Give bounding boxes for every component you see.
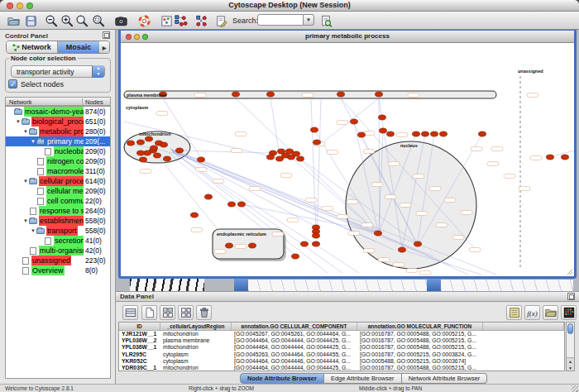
network-node[interactable]: [297, 156, 304, 161]
network-node[interactable]: [399, 247, 406, 252]
table-row[interactable]: YLR295Ccytoplasm[GO:0045263, GO:0044464,…: [119, 351, 564, 358]
network-node[interactable]: [358, 132, 366, 137]
column-header[interactable]: _cellularLayoutRegion: [160, 323, 232, 330]
delete-attribute-button[interactable]: [196, 305, 212, 320]
network-node[interactable]: [413, 131, 420, 136]
network-node[interactable]: [479, 131, 486, 136]
tab-node-attribute-browser[interactable]: Node Attribute Browser: [240, 373, 324, 384]
network-node[interactable]: [249, 243, 256, 248]
column-header[interactable]: annotation.GO MOLECULAR_FUNCTION: [357, 323, 483, 330]
float-panel-icon[interactable]: [567, 293, 575, 300]
tree-item[interactable]: ▼establishment of lo558(0): [6, 216, 110, 226]
table-row[interactable]: YPL036W__2plasma membrane[GO:0044464, GO…: [119, 337, 564, 344]
background-window-fragment[interactable]: [130, 279, 204, 291]
matrix-view-button[interactable]: [561, 305, 577, 320]
attribute-table-header[interactable]: ID_cellularLayoutRegionannotation.GO CEL…: [119, 323, 564, 331]
expand-arrow-icon[interactable]: ▼: [22, 216, 29, 226]
network-node[interactable]: [301, 241, 309, 246]
expand-arrow-icon[interactable]: ▼: [22, 176, 29, 186]
network-node[interactable]: [547, 155, 554, 160]
network-node[interactable]: [137, 151, 145, 155]
layout-attribute-button[interactable]: [194, 13, 209, 29]
network-node[interactable]: [140, 157, 147, 162]
scrollbar-arrows[interactable]: ▲▼: [567, 357, 574, 370]
tab-network[interactable]: Network: [7, 41, 58, 53]
zoom-in-button[interactable]: [60, 13, 75, 29]
table-row[interactable]: YDR039C__1mitochondrion[GO:0044464, GO:0…: [119, 365, 564, 371]
network-node[interactable]: [226, 243, 233, 248]
network-node[interactable]: [228, 202, 236, 207]
canvas-resize-grip[interactable]: [567, 270, 572, 275]
background-window-fragment[interactable]: [427, 279, 441, 291]
zoom-fit-button[interactable]: [74, 13, 90, 29]
network-node[interactable]: [238, 202, 246, 207]
table-row[interactable]: YPL036W__1mitochondrion[GO:0044464, GO:0…: [119, 344, 564, 351]
expand-arrow-icon[interactable]: ▼: [15, 117, 22, 127]
edge[interactable]: [321, 98, 379, 144]
network-node[interactable]: [151, 146, 158, 151]
scrollbar-thumb[interactable]: [567, 323, 573, 334]
network-node[interactable]: [313, 241, 320, 246]
network-node[interactable]: [267, 155, 275, 160]
tree-item[interactable]: nucleobase-co209(0): [6, 146, 110, 156]
zoom-selected-button[interactable]: [91, 13, 107, 29]
network-node[interactable]: [127, 141, 135, 146]
tree-item[interactable]: mosaic-demo-yeast874(0): [6, 107, 110, 117]
tree-item[interactable]: ▼transport558(0): [6, 226, 110, 236]
tree-item[interactable]: multi-organism pro42(0): [6, 246, 110, 256]
tree-item[interactable]: macromolecule311(0): [6, 166, 110, 176]
edge[interactable]: [270, 98, 280, 155]
background-window-fragment[interactable]: [234, 279, 248, 291]
table-row[interactable]: YJR121W__1mitochondrion[GO:0045267, GO:0…: [119, 331, 564, 337]
network-node[interactable]: [205, 194, 213, 199]
tree-item[interactable]: Overview8(0): [6, 265, 110, 275]
search-input[interactable]: [257, 14, 304, 26]
edge[interactable]: [179, 151, 271, 153]
table-row[interactable]: YKR052Ccytoplasm[GO:0044464, GO:0044446,…: [119, 358, 564, 365]
snapshot-button[interactable]: [113, 13, 129, 29]
tree-item[interactable]: ▼biological_process651(0): [6, 117, 110, 127]
tree-item[interactable]: nitrogen compou209(0): [6, 156, 110, 166]
edge[interactable]: [311, 98, 316, 232]
attribute-list-button[interactable]: [506, 305, 522, 320]
expand-arrow-icon[interactable]: ▼: [22, 127, 29, 136]
network-node[interactable]: [282, 153, 290, 158]
tree-item[interactable]: cellular metabol209(0): [6, 186, 110, 196]
new-document-button[interactable]: [141, 305, 157, 320]
tab-network-attribute-browser[interactable]: Network Attribute Browser: [402, 373, 488, 384]
network-node[interactable]: [292, 254, 299, 259]
network-node[interactable]: [380, 128, 387, 133]
tree-item[interactable]: secretion41(0): [6, 236, 110, 246]
network-node[interactable]: [232, 92, 240, 97]
tree-item[interactable]: response to stimulu264(0): [6, 206, 110, 216]
network-node[interactable]: [562, 155, 569, 160]
network-node[interactable]: [422, 131, 429, 136]
select-nodes-checkbox[interactable]: ✓: [8, 79, 17, 88]
window-resize-grip[interactable]: [572, 385, 578, 392]
column-header[interactable]: ID: [119, 323, 160, 330]
tree-item[interactable]: unassigned223(0): [6, 256, 110, 265]
network-node[interactable]: [154, 153, 161, 158]
network-node[interactable]: [293, 151, 300, 156]
network-node[interactable]: [431, 131, 438, 136]
import-attributes-button[interactable]: [543, 305, 558, 320]
network-node[interactable]: [267, 92, 275, 97]
network-node[interactable]: [191, 213, 199, 218]
network-node[interactable]: [337, 92, 345, 97]
network-node[interactable]: [313, 140, 321, 145]
background-window-fragment[interactable]: [441, 279, 573, 291]
tab-mosaic[interactable]: Mosaic: [58, 41, 99, 53]
help-button[interactable]: [136, 13, 152, 29]
column-header[interactable]: annotation.GO CELLULAR_COMPONENT: [232, 323, 357, 330]
background-window-fragment[interactable]: [248, 279, 427, 291]
function-builder-button[interactable]: f(x): [524, 305, 540, 320]
network-node[interactable]: [144, 151, 151, 155]
float-panel-icon[interactable]: [103, 31, 110, 39]
zoom-out-button[interactable]: [44, 13, 60, 29]
more-tabs-button[interactable]: ▶: [99, 41, 109, 53]
network-node[interactable]: [313, 233, 320, 238]
tree-item[interactable]: ▼primary metabolic209(...: [6, 136, 110, 146]
expand-arrow-icon[interactable]: ▼: [30, 136, 36, 146]
table-rows-button[interactable]: [122, 305, 138, 320]
select-all-attributes-button[interactable]: [160, 305, 175, 320]
